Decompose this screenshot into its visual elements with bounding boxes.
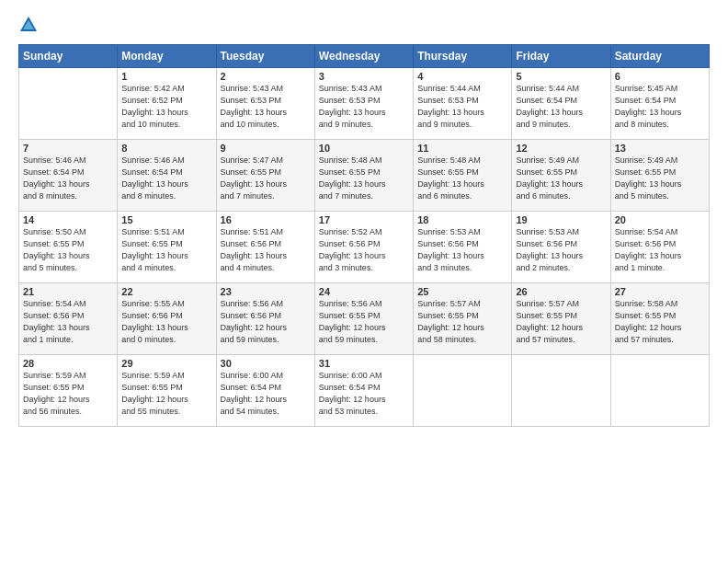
day-info: Sunrise: 5:44 AM Sunset: 6:53 PM Dayligh… bbox=[417, 83, 507, 131]
calendar-cell: 7Sunrise: 5:46 AM Sunset: 6:54 PM Daylig… bbox=[19, 140, 118, 212]
day-number: 19 bbox=[516, 214, 606, 225]
calendar-cell: 30Sunrise: 6:00 AM Sunset: 6:54 PM Dayli… bbox=[216, 355, 314, 427]
day-number: 5 bbox=[516, 71, 606, 82]
day-info: Sunrise: 5:44 AM Sunset: 6:54 PM Dayligh… bbox=[516, 83, 606, 131]
day-number: 22 bbox=[121, 286, 211, 297]
day-info: Sunrise: 5:53 AM Sunset: 6:56 PM Dayligh… bbox=[516, 226, 606, 274]
calendar-cell: 10Sunrise: 5:48 AM Sunset: 6:55 PM Dayli… bbox=[314, 140, 413, 212]
day-info: Sunrise: 5:59 AM Sunset: 6:55 PM Dayligh… bbox=[23, 370, 113, 418]
day-info: Sunrise: 5:55 AM Sunset: 6:56 PM Dayligh… bbox=[121, 298, 211, 346]
day-number: 26 bbox=[516, 286, 606, 297]
day-number: 14 bbox=[23, 214, 113, 225]
day-info: Sunrise: 5:50 AM Sunset: 6:55 PM Dayligh… bbox=[23, 226, 113, 274]
week-row-1: 1Sunrise: 5:42 AM Sunset: 6:52 PM Daylig… bbox=[19, 68, 710, 140]
day-info: Sunrise: 5:57 AM Sunset: 6:55 PM Dayligh… bbox=[417, 298, 507, 346]
calendar-cell bbox=[19, 68, 118, 140]
day-info: Sunrise: 5:46 AM Sunset: 6:54 PM Dayligh… bbox=[121, 155, 211, 202]
calendar-cell: 28Sunrise: 5:59 AM Sunset: 6:55 PM Dayli… bbox=[19, 355, 118, 427]
calendar-cell: 27Sunrise: 5:58 AM Sunset: 6:55 PM Dayli… bbox=[610, 283, 709, 355]
calendar-cell bbox=[414, 355, 512, 427]
day-number: 2 bbox=[221, 71, 311, 82]
day-number: 9 bbox=[221, 143, 311, 154]
calendar-cell: 15Sunrise: 5:51 AM Sunset: 6:55 PM Dayli… bbox=[118, 212, 216, 283]
day-info: Sunrise: 5:56 AM Sunset: 6:56 PM Dayligh… bbox=[221, 298, 311, 346]
day-info: Sunrise: 5:53 AM Sunset: 6:56 PM Dayligh… bbox=[417, 226, 507, 274]
logo-icon bbox=[18, 15, 39, 35]
calendar-cell: 1Sunrise: 5:42 AM Sunset: 6:52 PM Daylig… bbox=[118, 68, 216, 140]
day-number: 20 bbox=[615, 214, 705, 225]
day-number: 25 bbox=[417, 286, 507, 297]
week-row-5: 28Sunrise: 5:59 AM Sunset: 6:55 PM Dayli… bbox=[19, 355, 710, 427]
calendar-cell: 19Sunrise: 5:53 AM Sunset: 6:56 PM Dayli… bbox=[512, 212, 610, 283]
day-info: Sunrise: 5:56 AM Sunset: 6:55 PM Dayligh… bbox=[319, 298, 409, 346]
calendar-cell: 12Sunrise: 5:49 AM Sunset: 6:55 PM Dayli… bbox=[512, 140, 610, 212]
day-number: 11 bbox=[417, 143, 507, 154]
day-number: 18 bbox=[417, 214, 507, 225]
day-info: Sunrise: 5:52 AM Sunset: 6:56 PM Dayligh… bbox=[319, 226, 409, 274]
day-info: Sunrise: 5:43 AM Sunset: 6:53 PM Dayligh… bbox=[319, 83, 409, 131]
calendar-cell: 17Sunrise: 5:52 AM Sunset: 6:56 PM Dayli… bbox=[314, 212, 413, 283]
day-info: Sunrise: 5:42 AM Sunset: 6:52 PM Dayligh… bbox=[121, 83, 211, 131]
day-number: 16 bbox=[221, 214, 311, 225]
day-info: Sunrise: 5:57 AM Sunset: 6:55 PM Dayligh… bbox=[516, 298, 606, 346]
day-number: 4 bbox=[417, 71, 507, 82]
day-number: 31 bbox=[319, 358, 409, 369]
calendar-cell: 29Sunrise: 5:59 AM Sunset: 6:55 PM Dayli… bbox=[118, 355, 216, 427]
calendar-cell bbox=[610, 355, 709, 427]
day-number: 3 bbox=[319, 71, 409, 82]
calendar-header: SundayMondayTuesdayWednesdayThursdayFrid… bbox=[19, 45, 710, 68]
day-number: 23 bbox=[221, 286, 311, 297]
day-number: 8 bbox=[121, 143, 211, 154]
day-number: 6 bbox=[615, 71, 705, 82]
day-number: 24 bbox=[319, 286, 409, 297]
day-number: 21 bbox=[23, 286, 113, 297]
header-cell-sunday: Sunday bbox=[19, 45, 118, 68]
day-number: 17 bbox=[319, 214, 409, 225]
day-info: Sunrise: 5:45 AM Sunset: 6:54 PM Dayligh… bbox=[615, 83, 705, 131]
calendar-cell: 31Sunrise: 6:00 AM Sunset: 6:54 PM Dayli… bbox=[314, 355, 413, 427]
calendar-cell: 20Sunrise: 5:54 AM Sunset: 6:56 PM Dayli… bbox=[610, 212, 709, 283]
calendar-cell: 24Sunrise: 5:56 AM Sunset: 6:55 PM Dayli… bbox=[314, 283, 413, 355]
calendar-cell: 3Sunrise: 5:43 AM Sunset: 6:53 PM Daylig… bbox=[314, 68, 413, 140]
day-info: Sunrise: 5:48 AM Sunset: 6:55 PM Dayligh… bbox=[417, 155, 507, 202]
day-info: Sunrise: 5:47 AM Sunset: 6:55 PM Dayligh… bbox=[221, 155, 311, 202]
day-info: Sunrise: 5:51 AM Sunset: 6:55 PM Dayligh… bbox=[121, 226, 211, 274]
calendar-cell: 25Sunrise: 5:57 AM Sunset: 6:55 PM Dayli… bbox=[414, 283, 512, 355]
day-info: Sunrise: 5:49 AM Sunset: 6:55 PM Dayligh… bbox=[615, 155, 705, 202]
calendar-cell: 21Sunrise: 5:54 AM Sunset: 6:56 PM Dayli… bbox=[19, 283, 118, 355]
week-row-3: 14Sunrise: 5:50 AM Sunset: 6:55 PM Dayli… bbox=[19, 212, 710, 283]
calendar-cell: 26Sunrise: 5:57 AM Sunset: 6:55 PM Dayli… bbox=[512, 283, 610, 355]
day-number: 12 bbox=[516, 143, 606, 154]
calendar-cell: 11Sunrise: 5:48 AM Sunset: 6:55 PM Dayli… bbox=[414, 140, 512, 212]
header-row: SundayMondayTuesdayWednesdayThursdayFrid… bbox=[19, 45, 710, 68]
calendar-cell: 14Sunrise: 5:50 AM Sunset: 6:55 PM Dayli… bbox=[19, 212, 118, 283]
day-info: Sunrise: 5:51 AM Sunset: 6:56 PM Dayligh… bbox=[221, 226, 311, 274]
calendar-cell: 5Sunrise: 5:44 AM Sunset: 6:54 PM Daylig… bbox=[512, 68, 610, 140]
calendar-cell: 6Sunrise: 5:45 AM Sunset: 6:54 PM Daylig… bbox=[610, 68, 709, 140]
calendar-cell: 23Sunrise: 5:56 AM Sunset: 6:56 PM Dayli… bbox=[216, 283, 314, 355]
calendar-cell: 9Sunrise: 5:47 AM Sunset: 6:55 PM Daylig… bbox=[216, 140, 314, 212]
day-info: Sunrise: 5:48 AM Sunset: 6:55 PM Dayligh… bbox=[319, 155, 409, 202]
day-info: Sunrise: 6:00 AM Sunset: 6:54 PM Dayligh… bbox=[221, 370, 311, 418]
header-cell-wednesday: Wednesday bbox=[314, 45, 413, 68]
calendar-cell bbox=[512, 355, 610, 427]
calendar-cell: 18Sunrise: 5:53 AM Sunset: 6:56 PM Dayli… bbox=[414, 212, 512, 283]
header-cell-friday: Friday bbox=[512, 45, 610, 68]
calendar-cell: 22Sunrise: 5:55 AM Sunset: 6:56 PM Dayli… bbox=[118, 283, 216, 355]
calendar-cell: 4Sunrise: 5:44 AM Sunset: 6:53 PM Daylig… bbox=[414, 68, 512, 140]
week-row-2: 7Sunrise: 5:46 AM Sunset: 6:54 PM Daylig… bbox=[19, 140, 710, 212]
day-info: Sunrise: 5:46 AM Sunset: 6:54 PM Dayligh… bbox=[23, 155, 113, 202]
calendar-page: SundayMondayTuesdayWednesdayThursdayFrid… bbox=[0, 0, 728, 563]
header-cell-saturday: Saturday bbox=[610, 45, 709, 68]
logo bbox=[18, 15, 42, 35]
day-info: Sunrise: 5:43 AM Sunset: 6:53 PM Dayligh… bbox=[221, 83, 311, 131]
day-number: 27 bbox=[615, 286, 705, 297]
day-number: 30 bbox=[221, 358, 311, 369]
day-info: Sunrise: 5:49 AM Sunset: 6:55 PM Dayligh… bbox=[516, 155, 606, 202]
day-info: Sunrise: 5:58 AM Sunset: 6:55 PM Dayligh… bbox=[615, 298, 705, 346]
day-info: Sunrise: 6:00 AM Sunset: 6:54 PM Dayligh… bbox=[319, 370, 409, 418]
header-cell-tuesday: Tuesday bbox=[216, 45, 314, 68]
day-number: 13 bbox=[615, 143, 705, 154]
day-number: 28 bbox=[23, 358, 113, 369]
calendar-cell: 13Sunrise: 5:49 AM Sunset: 6:55 PM Dayli… bbox=[610, 140, 709, 212]
